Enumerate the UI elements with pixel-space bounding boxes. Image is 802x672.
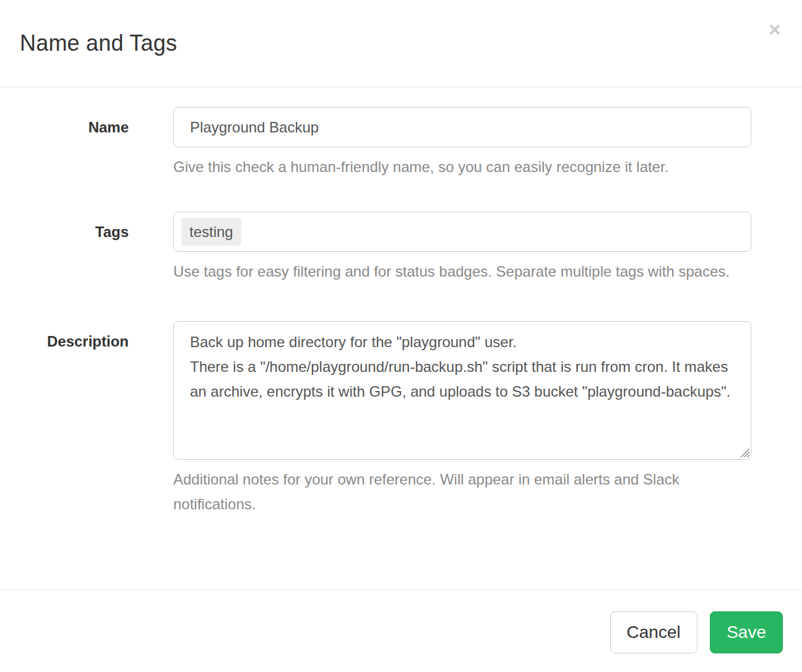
name-field-row: Name Give this check a human-friendly na… bbox=[0, 107, 802, 179]
modal-header: Name and Tags × bbox=[0, 0, 802, 87]
tags-input[interactable]: testing bbox=[173, 212, 751, 252]
modal-body: Name Give this check a human-friendly na… bbox=[0, 87, 802, 590]
modal-footer: Cancel Save bbox=[0, 590, 802, 672]
name-label: Name bbox=[0, 107, 155, 140]
close-button[interactable]: × bbox=[761, 16, 788, 43]
tag-chip: testing bbox=[181, 218, 241, 246]
modal-title: Name and Tags bbox=[20, 30, 177, 56]
description-textarea-wrap: Back up home directory for the "playgrou… bbox=[173, 321, 751, 460]
name-and-tags-modal: Name and Tags × Name Give this check a h… bbox=[0, 0, 802, 672]
cancel-button[interactable]: Cancel bbox=[610, 611, 697, 653]
description-field-row: Description Back up home directory for t… bbox=[0, 321, 802, 517]
save-button[interactable]: Save bbox=[710, 611, 783, 653]
description-control-column: Back up home directory for the "playgrou… bbox=[173, 321, 751, 517]
description-textarea[interactable]: Back up home directory for the "playgrou… bbox=[173, 321, 751, 460]
tags-help-text: Use tags for easy filtering and for stat… bbox=[173, 259, 751, 284]
tags-label: Tags bbox=[0, 212, 155, 244]
name-input[interactable] bbox=[173, 107, 751, 147]
name-help-text: Give this check a human-friendly name, s… bbox=[173, 155, 751, 179]
tags-control-column: testing Use tags for easy filtering and … bbox=[173, 212, 751, 284]
name-control-column: Give this check a human-friendly name, s… bbox=[173, 107, 751, 179]
tags-field-row: Tags testing Use tags for easy filtering… bbox=[0, 212, 802, 284]
description-help-text: Additional notes for your own reference.… bbox=[173, 467, 751, 517]
description-label: Description bbox=[0, 321, 155, 354]
close-icon: × bbox=[769, 18, 780, 41]
